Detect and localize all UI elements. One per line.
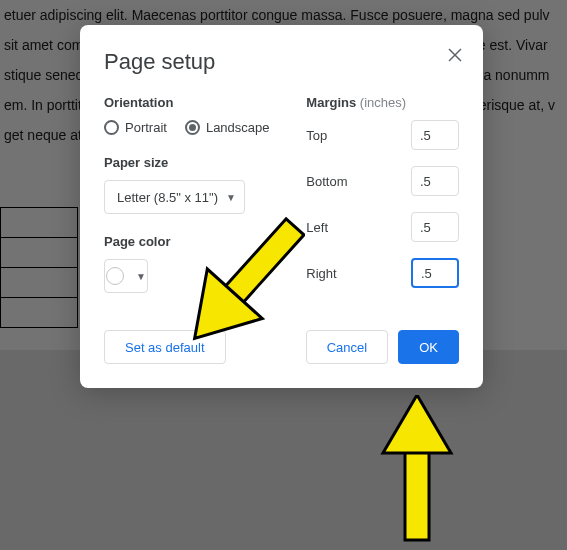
set-as-default-button[interactable]: Set as default	[104, 330, 226, 364]
page-color-label: Page color	[104, 234, 306, 249]
radio-icon	[104, 120, 119, 135]
orientation-portrait-radio[interactable]: Portrait	[104, 120, 167, 135]
margins-label-text: Margins	[306, 95, 356, 110]
margin-left-input[interactable]	[411, 212, 459, 242]
paper-size-value: Letter (8.5" x 11")	[117, 190, 218, 205]
margin-right-label: Right	[306, 266, 336, 281]
page-color-select[interactable]: ▼	[104, 259, 148, 293]
portrait-radio-label: Portrait	[125, 120, 167, 135]
margins-label: Margins (inches)	[306, 95, 459, 110]
margin-right-input[interactable]	[411, 258, 459, 288]
paper-size-label: Paper size	[104, 155, 306, 170]
margin-bottom-label: Bottom	[306, 174, 347, 189]
orientation-label: Orientation	[104, 95, 306, 110]
margin-bottom-input[interactable]	[411, 166, 459, 196]
margin-left-label: Left	[306, 220, 328, 235]
paper-size-select[interactable]: Letter (8.5" x 11") ▼	[104, 180, 245, 214]
close-button[interactable]	[445, 47, 465, 67]
ok-button[interactable]: OK	[398, 330, 459, 364]
page-setup-dialog: Page setup Orientation Portrait Landscap…	[80, 25, 483, 388]
radio-icon	[185, 120, 200, 135]
cancel-button[interactable]: Cancel	[306, 330, 388, 364]
landscape-radio-label: Landscape	[206, 120, 270, 135]
close-icon	[448, 48, 462, 62]
margin-top-input[interactable]	[411, 120, 459, 150]
dialog-title: Page setup	[104, 49, 459, 75]
orientation-landscape-radio[interactable]: Landscape	[185, 120, 270, 135]
color-swatch-icon	[106, 267, 124, 285]
chevron-down-icon: ▼	[226, 192, 236, 203]
margin-top-label: Top	[306, 128, 327, 143]
margins-unit: (inches)	[360, 95, 406, 110]
chevron-down-icon: ▼	[136, 271, 146, 282]
